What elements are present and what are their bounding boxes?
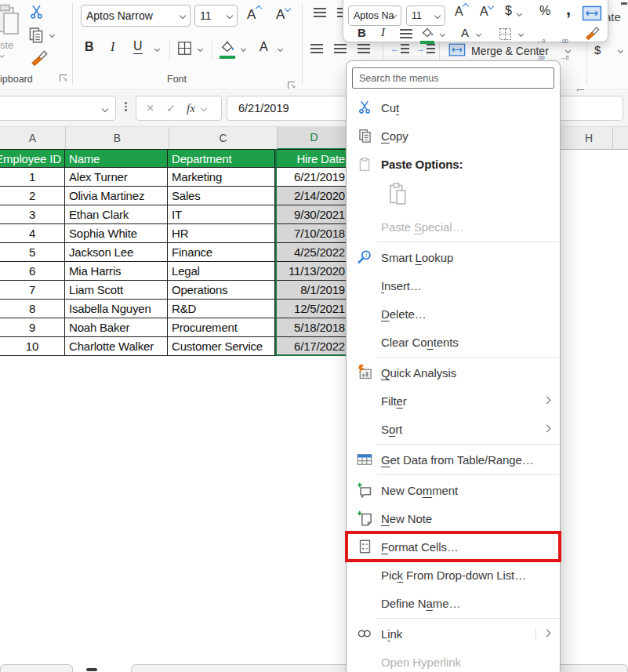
clipboard-dialog-launcher[interactable]: ↘ — [60, 74, 67, 82]
mini-fill-color-button[interactable] — [420, 27, 435, 44]
table-cell[interactable]: IT — [168, 205, 275, 224]
table-cell[interactable]: 4/25/2022 — [275, 243, 349, 262]
menu-item-get-data-from-table-range[interactable]: Get Data from Table/Range… — [347, 445, 560, 474]
table-cell[interactable]: Charlotte Walker — [65, 337, 168, 356]
table-cell[interactable]: 8 — [0, 300, 65, 318]
menu-item-quick-analysis[interactable]: Quick Analysis — [347, 358, 560, 387]
column-header-h[interactable]: H — [565, 127, 613, 150]
align-center-button[interactable] — [334, 44, 347, 53]
paste-button-icon[interactable] — [0, 4, 20, 38]
active-cell[interactable]: 6/21/2019 — [275, 168, 349, 187]
mini-currency-button[interactable]: $ — [505, 4, 512, 18]
column-header-b[interactable]: B — [66, 127, 169, 150]
table-cell[interactable]: 5/18/2018 — [275, 318, 349, 337]
font-name-combo[interactable]: Aptos Narrow — [81, 5, 191, 27]
fx-chevron[interactable] — [201, 105, 207, 111]
mini-bold-button[interactable]: B — [358, 26, 366, 39]
mini-font-color-chevron[interactable] — [476, 31, 481, 37]
borders-button[interactable] — [177, 41, 192, 59]
mini-decrease-decimal-button[interactable]: .00 →0 — [560, 27, 569, 71]
menu-item-delete[interactable]: Delete… — [347, 300, 560, 328]
mini-merge-button[interactable] — [582, 5, 602, 24]
header-cell[interactable]: Department — [168, 149, 275, 168]
table-cell[interactable]: 6 — [0, 262, 65, 281]
mini-font-size-combo[interactable]: 11 — [406, 5, 445, 26]
menu-item-new-note[interactable]: New Note — [347, 504, 560, 532]
menu-item-new-comment[interactable]: New Comment — [347, 476, 560, 504]
table-cell[interactable]: 12/5/2021 — [275, 300, 349, 318]
cancel-entry-icon[interactable]: × — [147, 101, 154, 115]
underline-chevron[interactable] — [154, 46, 160, 52]
menu-item-copy[interactable]: Copy — [347, 122, 560, 150]
table-cell[interactable]: Marketing — [168, 168, 275, 187]
cut-button[interactable] — [29, 3, 44, 24]
bold-button[interactable]: B — [85, 40, 94, 54]
table-cell[interactable]: Mia Harris — [65, 262, 168, 281]
menu-item-sort[interactable]: Sort — [347, 415, 560, 443]
menu-item-filter[interactable]: Filter — [347, 387, 560, 415]
table-cell[interactable]: Operations — [168, 281, 275, 300]
menu-item-smart-lookup[interactable]: iSmart Lookup — [347, 243, 560, 271]
table-cell[interactable]: Isabella Nguyen — [65, 300, 168, 318]
column-header-c[interactable]: C — [169, 127, 278, 150]
menu-item-pick-from-drop-down-list[interactable]: Pick From Drop-down List… — [347, 561, 560, 589]
fill-color-button[interactable] — [220, 40, 236, 59]
mini-percent-button[interactable]: % — [539, 4, 550, 18]
mini-font-color-button[interactable]: A — [461, 26, 469, 39]
table-cell[interactable]: 8/1/2019 — [275, 281, 349, 300]
header-cell[interactable]: Hire Date — [275, 149, 349, 168]
table-cell[interactable]: HR — [168, 224, 275, 243]
underline-button[interactable]: U — [133, 40, 143, 54]
table-cell[interactable]: Olivia Martinez — [65, 187, 168, 205]
currency-format-chevron[interactable] — [618, 48, 623, 53]
menu-item-format-cells[interactable]: Format Cells… — [347, 532, 560, 561]
currency-format-button[interactable]: $ — [594, 43, 601, 56]
mini-borders-button[interactable] — [499, 27, 512, 44]
fill-color-chevron[interactable] — [241, 46, 246, 52]
mini-shrink-font-button[interactable]: A — [480, 4, 493, 19]
table-cell[interactable]: 5 — [0, 243, 65, 262]
table-cell[interactable]: Ethan Clark — [65, 205, 168, 224]
mini-font-name-combo[interactable]: Aptos Na — [348, 5, 401, 26]
increase-font-size-button[interactable]: A — [247, 6, 261, 23]
copy-dropdown-chevron[interactable] — [49, 32, 55, 38]
table-cell[interactable]: Liam Scott — [65, 281, 168, 300]
table-cell[interactable]: Sophia White — [65, 224, 168, 243]
column-header-d[interactable]: D — [278, 126, 351, 150]
table-cell[interactable]: Sales — [168, 187, 275, 205]
table-cell[interactable]: Legal — [168, 262, 275, 281]
menu-item-clear-contents[interactable]: Clear Contents — [347, 328, 560, 356]
decrease-indent-button[interactable]: ← — [390, 44, 409, 53]
table-cell[interactable]: Finance — [168, 243, 275, 262]
table-cell[interactable]: 1 — [0, 168, 65, 187]
table-cell[interactable]: 4 — [0, 224, 65, 243]
table-cell[interactable]: 7 — [0, 281, 65, 300]
confirm-entry-icon[interactable]: ✓ — [166, 102, 176, 114]
table-cell[interactable]: 6/17/2022 — [275, 337, 349, 356]
mini-fill-chevron[interactable] — [440, 31, 445, 37]
header-cell[interactable]: Employee ID — [0, 149, 65, 168]
mini-grow-font-button[interactable]: A — [455, 4, 468, 19]
name-box[interactable] — [0, 96, 116, 121]
table-cell[interactable]: 10 — [0, 337, 65, 356]
table-cell[interactable]: 2/14/2020 — [275, 187, 349, 205]
menu-item-link[interactable]: Link — [347, 619, 560, 648]
menu-item-paste-options[interactable]: Paste Options: — [347, 150, 560, 178]
menu-item-insert[interactable]: Insert… — [347, 271, 560, 300]
mini-comma-button[interactable]: , — [566, 0, 571, 20]
increase-indent-button[interactable]: → — [416, 44, 435, 53]
table-cell[interactable]: Noah Baker — [65, 318, 168, 337]
table-cell[interactable]: 9/30/2021 — [275, 205, 349, 224]
menu-search-input[interactable] — [352, 67, 554, 89]
table-cell[interactable]: 2 — [0, 187, 65, 205]
table-cell[interactable]: Jackson Lee — [65, 243, 168, 262]
mini-align-button[interactable] — [400, 29, 412, 38]
column-header-a[interactable]: A — [0, 127, 66, 150]
paste-option-button[interactable] — [347, 178, 560, 212]
align-left-button[interactable] — [310, 44, 323, 53]
borders-chevron[interactable] — [198, 46, 203, 52]
menu-item-define-name[interactable]: Define Name… — [347, 589, 560, 617]
table-cell[interactable]: 3 — [0, 205, 65, 224]
table-cell[interactable]: R&D — [168, 300, 275, 318]
table-cell[interactable]: 9 — [0, 318, 65, 337]
